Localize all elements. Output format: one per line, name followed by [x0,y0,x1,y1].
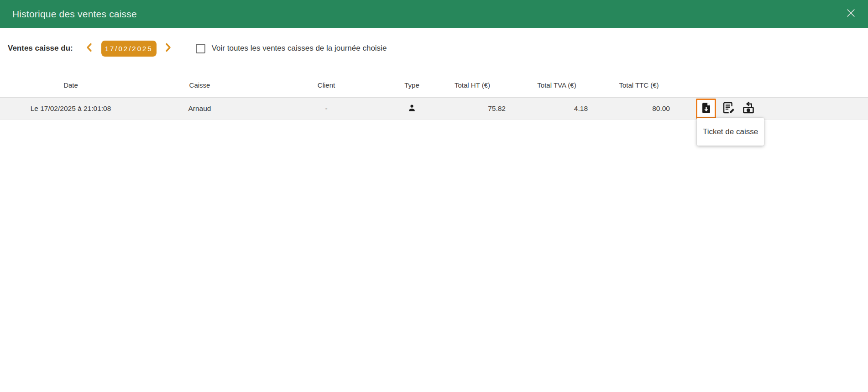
chevron-left-icon [85,42,93,54]
cell-caisse: Arnaud [141,105,258,113]
edit-note-icon [722,101,736,116]
ventes-caisse-dialog: Historique des ventes caisse Ventes cais… [0,0,868,392]
show-all-sales-label: Voir toutes les ventes caisses de la jou… [212,44,387,53]
column-header-type: Type [395,81,429,89]
column-header-client: Client [258,81,395,89]
column-header-total-tva: Total TVA (€) [516,81,598,89]
column-header-caisse: Caisse [141,81,258,89]
cell-date: Le 17/02/2025 à 21:01:08 [0,105,141,113]
ticket-download-button[interactable] [696,99,716,119]
cell-client: - [258,105,395,113]
person-icon [407,103,417,115]
column-header-date: Date [0,81,141,89]
column-header-total-ht: Total HT (€) [429,81,516,89]
next-day-button[interactable] [162,42,175,55]
ticket-tooltip-text: Ticket de caisse [703,127,758,136]
close-button[interactable] [840,0,861,28]
cell-total-ttc: 80.00 [598,105,680,113]
show-all-sales-checkbox[interactable] [196,44,205,53]
cell-type [395,103,429,115]
close-icon [846,8,856,20]
edit-note-button[interactable] [722,101,736,116]
cash-return-button[interactable] [742,101,755,116]
chevron-right-icon [164,42,172,54]
ticket-tooltip: Ticket de caisse [697,118,764,146]
show-all-sales-option: Voir toutes les ventes caisses de la jou… [196,44,387,53]
date-controls-label: Ventes caisse du: [8,44,73,53]
date-controls: Ventes caisse du: 17/02/2025 Voir toutes… [8,40,387,57]
column-header-total-ttc: Total TTC (€) [598,81,680,89]
sales-table-header: Date Caisse Client Type Total HT (€) Tot… [0,78,868,92]
row-actions [696,99,755,119]
cell-total-ht: 75.82 [429,105,516,113]
cell-total-tva: 4.18 [516,105,598,113]
cash-return-icon [742,101,755,116]
ticket-download-icon [700,102,712,116]
table-row: Le 17/02/2025 à 21:01:08 Arnaud - 75.82 … [0,97,868,120]
dialog-titlebar: Historique des ventes caisse [0,0,868,28]
previous-day-button[interactable] [83,42,96,55]
page-title: Historique des ventes caisse [12,9,137,20]
date-picker-button[interactable]: 17/02/2025 [101,41,157,57]
